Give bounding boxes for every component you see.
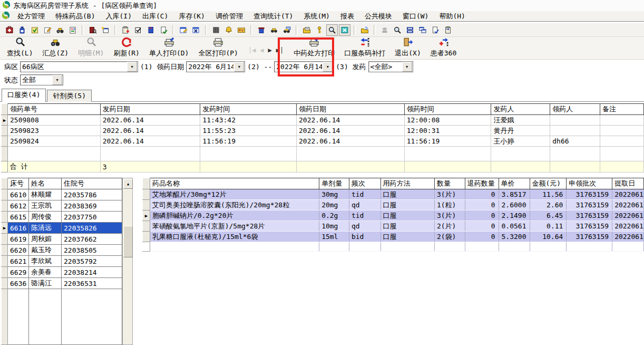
- cell[interactable]: 王小婷: [491, 136, 550, 147]
- cell[interactable]: 10mg: [319, 221, 349, 232]
- ward-combo[interactable]: 66病区 ▼: [20, 61, 138, 72]
- cell[interactable]: 口服: [380, 232, 434, 242]
- cell[interactable]: 艾地苯醌片/30mg*12片: [150, 189, 319, 200]
- cell[interactable]: 22035786: [62, 189, 122, 200]
- cell[interactable]: 6620: [8, 245, 29, 256]
- cell[interactable]: 艾司奥美拉唑肠溶胶囊(东阳光)/20mg*28粒: [150, 200, 319, 210]
- cascade-windows-icon[interactable]: [417, 24, 428, 36]
- cell[interactable]: 11:43:42: [200, 115, 297, 126]
- cell[interactable]: tid: [349, 210, 380, 221]
- table-row[interactable]: 苯磺酸氨氯地平片(京新)/5mg*28片10mgqd口服2(片)00.05610…: [143, 221, 644, 232]
- cell[interactable]: 林顺耀: [29, 189, 62, 200]
- cell[interactable]: 31763159: [567, 210, 612, 221]
- action-button-0[interactable]: 查找(L): [2, 36, 37, 58]
- doc-check-icon[interactable]: [158, 24, 169, 36]
- close-box-icon[interactable]: [339, 24, 350, 36]
- table-row[interactable]: 6636骆满江22036531: [2, 278, 122, 289]
- cell[interactable]: 口服: [380, 221, 434, 232]
- cell[interactable]: 苯磺酸氨氯地平片(京新)/5mg*28片: [150, 221, 319, 232]
- cell[interactable]: 0.11: [530, 221, 567, 232]
- cell[interactable]: 22038214: [62, 267, 122, 278]
- cell[interactable]: 31763159: [567, 221, 612, 232]
- cell[interactable]: 余美春: [29, 267, 62, 278]
- cell[interactable]: 口服: [380, 200, 434, 210]
- calendar-close-icon[interactable]: [190, 24, 202, 36]
- cell[interactable]: 王宗凯: [29, 200, 62, 212]
- clipboard-add-icon[interactable]: [120, 24, 131, 36]
- cell[interactable]: 2(片): [434, 221, 465, 232]
- cell[interactable]: qd: [349, 221, 380, 232]
- table-row[interactable]: 6610林顺耀22035786: [2, 189, 122, 200]
- date-to-dropdown-icon[interactable]: ▼: [323, 62, 333, 72]
- dispense-dropdown-icon[interactable]: ▼: [402, 62, 412, 72]
- cell[interactable]: 11:55:23: [200, 126, 297, 136]
- cell[interactable]: [600, 136, 644, 147]
- cell[interactable]: 6621: [8, 256, 29, 267]
- table-row[interactable]: 乳果糖口服液(杜秘克)/15ml*6袋15mlbid口服2(袋)05.32001…: [143, 232, 644, 242]
- cell[interactable]: 20mg: [319, 200, 349, 210]
- menu-item-5[interactable]: 调价管理: [210, 11, 248, 22]
- cell[interactable]: 11:56:19: [404, 136, 491, 147]
- cell[interactable]: qd: [349, 200, 380, 210]
- action-button-7[interactable]: 中药处方打印: [289, 36, 339, 58]
- cell[interactable]: 周传俊: [29, 212, 62, 223]
- date-from-picker[interactable]: 2022年 6月14日 ▼: [186, 61, 245, 72]
- next-record-icon[interactable]: ▶: [268, 46, 272, 54]
- cell[interactable]: 骆满江: [29, 278, 62, 289]
- table-row[interactable]: ▶25098082022.06.1411:43:422022.06.1412:0…: [2, 115, 644, 126]
- action-button-8[interactable]: 口服条码补打: [339, 36, 390, 58]
- book-search-icon[interactable]: [87, 24, 99, 36]
- tab-injection[interactable]: 针剂类(5): [47, 90, 91, 102]
- cell[interactable]: 0: [465, 210, 499, 221]
- patients-scrollbar[interactable]: ▲: [122, 178, 133, 345]
- cell[interactable]: 2509808: [7, 115, 100, 126]
- cell[interactable]: 15ml: [319, 232, 349, 242]
- action-button-5[interactable]: 全区打印(P): [193, 36, 242, 58]
- cell[interactable]: 3(片): [434, 210, 465, 221]
- cell[interactable]: 11:56:19: [200, 136, 297, 147]
- dot-grid-icon[interactable]: [210, 24, 222, 36]
- cell[interactable]: 胞磷胆碱钠片/0.2g*20片: [150, 210, 319, 221]
- cell[interactable]: 6636: [8, 278, 29, 289]
- cell[interactable]: 22037750: [62, 212, 122, 223]
- cell[interactable]: 2022061: [612, 189, 644, 200]
- table-row[interactable]: 25098232022.06.1411:55:232022.06.1412:00…: [2, 126, 644, 136]
- action-button-10[interactable]: 患者360: [426, 36, 461, 58]
- cell[interactable]: 22037662: [62, 234, 122, 245]
- cell[interactable]: 0: [465, 232, 499, 242]
- cell[interactable]: 12:00:08: [404, 115, 491, 126]
- scroll-up-icon[interactable]: ▲: [123, 179, 133, 189]
- folder-mail-icon[interactable]: [301, 24, 313, 36]
- cell[interactable]: 2022061: [612, 200, 644, 210]
- pv-badge-icon[interactable]: P.V: [236, 24, 247, 36]
- window-bars-icon[interactable]: [404, 24, 416, 36]
- cell[interactable]: 31763159: [567, 189, 612, 200]
- bucket-icon[interactable]: [256, 24, 267, 36]
- folder-export-icon[interactable]: [359, 24, 370, 36]
- clipboard-arrow-icon[interactable]: [442, 24, 454, 36]
- cell[interactable]: 6629: [8, 267, 29, 278]
- cell[interactable]: 30mg: [319, 189, 349, 200]
- cell[interactable]: tid: [349, 189, 380, 200]
- cell[interactable]: 2022.06.14: [297, 136, 405, 147]
- book-insert-icon[interactable]: [145, 24, 157, 36]
- menu-item-7[interactable]: 系统(M): [298, 11, 335, 22]
- cell[interactable]: 2022.06.14: [297, 126, 405, 136]
- cell[interactable]: 6610: [8, 189, 29, 200]
- menu-item-3[interactable]: 出库(C): [137, 11, 173, 22]
- menu-item-8[interactable]: 报表: [335, 11, 359, 22]
- menu-item-10[interactable]: 窗口(W): [397, 11, 434, 22]
- cell[interactable]: 31763159: [567, 232, 612, 242]
- calendar-edit-icon[interactable]: [178, 24, 189, 36]
- table-row[interactable]: 25098242022.06.1411:56:192022.06.1411:56…: [2, 136, 644, 147]
- cell[interactable]: 0.2g: [319, 210, 349, 221]
- table-row[interactable]: 6621李欣斌22035792: [2, 256, 122, 267]
- cell[interactable]: 2.1490: [499, 210, 530, 221]
- table-row[interactable]: ▶6616陈清远22035826: [2, 223, 122, 234]
- doc-check2-icon[interactable]: [430, 24, 441, 36]
- cell[interactable]: 2022061: [612, 210, 644, 221]
- menu-item-4[interactable]: 库存(K): [173, 11, 210, 22]
- first-aid-kit-icon[interactable]: [4, 24, 15, 36]
- action-button-3[interactable]: 刷新(R): [109, 36, 144, 58]
- action-button-9[interactable]: 退出(X): [390, 36, 425, 58]
